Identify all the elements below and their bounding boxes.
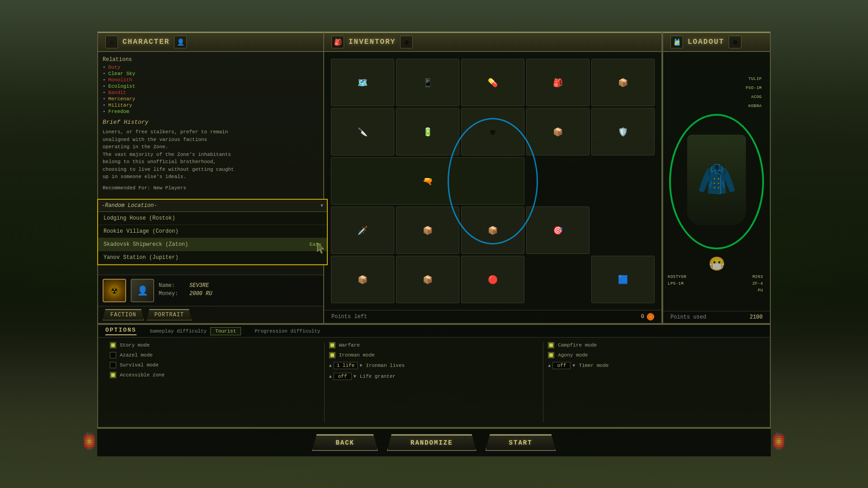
money-value: 2000 RU xyxy=(189,291,212,297)
azazel-mode-checkbox[interactable] xyxy=(110,352,116,358)
loadout-content: 🧥 TULIP PSO-1M ACOG KOBRA KOSTYOR LP5-1M… xyxy=(663,52,770,311)
randomize-button[interactable]: Randomize xyxy=(387,434,476,451)
relations-title: Relations xyxy=(103,56,319,63)
option-warfare: Warfare xyxy=(329,342,539,348)
timer-mode-up[interactable]: ▼ xyxy=(572,363,575,368)
inv-item-red[interactable]: 🔴 xyxy=(461,256,524,303)
inv-item-target[interactable]: 🎯 xyxy=(526,206,590,254)
location-item-cordon[interactable]: Rookie Village (Cordon) xyxy=(98,225,327,238)
inv-item-box2[interactable]: 📦 xyxy=(461,206,524,254)
story-mode-label: Story mode xyxy=(120,343,150,348)
inv-item-8[interactable]: ☢️ xyxy=(461,108,524,155)
character-panel: ⚔️ Character 👤 Relations • Duty • Clear … xyxy=(97,32,323,324)
inv-item-empty3 xyxy=(591,206,655,254)
character-panel-header: ⚔️ Character 👤 xyxy=(98,33,323,52)
location-list: Lodging House (Rostok) Rookie Village (C… xyxy=(98,212,327,264)
gameplay-diff-value[interactable]: Tourist xyxy=(210,327,241,335)
inv-item-9[interactable]: 📦 xyxy=(526,108,590,155)
location-diff-zaton: Easy xyxy=(310,242,321,247)
options-header: Options Gameplay difficulty Tourist Prog… xyxy=(98,325,770,338)
ironman-lives-up[interactable]: ▼ xyxy=(359,363,362,368)
points-left-label: Points left xyxy=(331,314,367,320)
relation-duty: • Duty xyxy=(103,65,319,70)
ironman-lives-down[interactable]: ▲ xyxy=(329,363,332,368)
option-ironman-mode: Ironman mode xyxy=(329,352,539,358)
life-granter-up[interactable]: ▼ xyxy=(354,374,356,379)
inv-item-knife[interactable]: 🗡️ xyxy=(331,206,394,254)
inv-item-1[interactable]: 🗺️ xyxy=(331,59,394,106)
main-panels: ⚔️ Character 👤 Relations • Duty • Clear … xyxy=(97,32,771,324)
relation-mercenary-label: Mercenary xyxy=(108,96,135,102)
option-survival-mode: Survival mode xyxy=(110,362,320,368)
inv-item-10[interactable]: 🛡️ xyxy=(591,108,655,155)
campfire-mode-checkbox[interactable] xyxy=(548,342,554,348)
life-granter-label: Life granter xyxy=(360,374,396,379)
money-field-row: Money: 2000 RU xyxy=(159,291,319,297)
faction-tab[interactable]: Faction xyxy=(103,309,144,320)
loadout-panel-header: 🎽 Loadout ⚙️ xyxy=(663,33,770,52)
inv-item-7[interactable]: 🔋 xyxy=(396,108,459,155)
survival-mode-label: Survival mode xyxy=(120,362,159,368)
options-title: Options xyxy=(105,327,137,335)
option-timer-mode: ▲ off ▼ Timer mode xyxy=(548,362,758,369)
inv-item-gun[interactable]: 🔫 xyxy=(331,157,524,205)
inv-item-blue[interactable]: 🟦 xyxy=(591,256,655,303)
inventory-footer: Points left 0 xyxy=(324,310,661,323)
options-panel: Options Gameplay difficulty Tourist Prog… xyxy=(97,324,771,428)
loadout-panel: 🎽 Loadout ⚙️ 🧥 TULIP PSO-1M ACOG KOBRA K… xyxy=(662,32,771,324)
location-placeholder: -Random Location- xyxy=(102,202,157,209)
warfare-label: Warfare xyxy=(339,343,360,348)
location-input-row[interactable]: -Random Location- ▼ xyxy=(98,200,327,212)
inv-item-3[interactable]: 💊 xyxy=(461,59,524,106)
inv-item-ammo2[interactable]: 📦 xyxy=(396,256,459,303)
ironman-lives-box: ▲ 1 life ▼ xyxy=(329,362,363,369)
location-name-zaton: Skadovsk Shipwreck (Zaton) xyxy=(104,241,188,248)
inv-item-empty4 xyxy=(526,256,590,303)
recommended-for: Recommended For: New Players xyxy=(103,185,319,191)
accessible-zone-checkbox[interactable] xyxy=(110,372,116,378)
lantern-left-icon: 🏮 xyxy=(79,432,99,452)
gameplay-diff-section: Gameplay difficulty Tourist xyxy=(150,327,241,335)
inv-item-5[interactable]: 📦 xyxy=(591,59,655,106)
story-mode-checkbox[interactable] xyxy=(110,342,116,348)
life-granter-down[interactable]: ▲ xyxy=(329,374,332,379)
weapon-label-pu: PU xyxy=(758,288,763,293)
back-button[interactable]: Back xyxy=(312,434,378,451)
weapon-label-pso1m: PSO-1M xyxy=(746,86,762,90)
location-item-rostok[interactable]: Lodging House (Rostok) xyxy=(98,212,327,225)
survival-mode-checkbox[interactable] xyxy=(110,362,116,368)
name-value[interactable]: SEV3RE xyxy=(189,282,209,289)
inventory-icon2: ⚙️ xyxy=(400,36,413,48)
inv-item-2[interactable]: 📱 xyxy=(396,59,459,106)
inv-item-box1[interactable]: 📦 xyxy=(396,206,459,254)
ironman-lives-label: Ironman lives xyxy=(366,363,405,368)
inv-item-6[interactable]: 🔪 xyxy=(331,108,394,155)
money-label: Money: xyxy=(159,291,186,297)
inv-item-ammo1[interactable]: 📦 xyxy=(331,256,394,303)
relation-bandit: • Bandit xyxy=(103,90,319,95)
portrait-tab[interactable]: Portrait xyxy=(146,309,192,320)
relation-ecologist-label: Ecologist xyxy=(108,84,135,89)
points-used-value: 2100 xyxy=(750,314,763,320)
inv-item-4[interactable]: 🎒 xyxy=(526,59,590,106)
relation-duty-label: Duty xyxy=(108,65,120,70)
relation-ecologist: • Ecologist xyxy=(103,84,319,89)
inventory-panel-header: 🎒 Inventory ⚙️ xyxy=(324,33,661,52)
agony-mode-checkbox[interactable] xyxy=(548,352,554,358)
ironman-mode-checkbox[interactable] xyxy=(329,352,335,358)
brief-history-text: Loners, or free stalkers, prefer to rema… xyxy=(103,128,319,181)
loadout-icon: 🎽 xyxy=(670,36,683,48)
start-button[interactable]: Start xyxy=(486,434,556,451)
portrait-icon[interactable]: 👤 xyxy=(131,279,154,302)
location-item-zaton[interactable]: Skadovsk Shipwreck (Zaton) Easy xyxy=(98,238,327,251)
right-panels: 🎒 Inventory ⚙️ 🗺️ 📱 💊 🎒 📦 🔪 🔋 ☢️ xyxy=(323,32,771,324)
option-story-mode: Story mode xyxy=(110,342,320,348)
timer-mode-box: ▲ off ▼ xyxy=(548,362,575,369)
warfare-checkbox[interactable] xyxy=(329,342,335,348)
faction-icon[interactable]: ☢️ xyxy=(103,279,126,302)
location-item-jupiter[interactable]: Yanov Station (Jupiter) xyxy=(98,251,327,264)
life-granter-value: off xyxy=(334,373,352,380)
timer-mode-down[interactable]: ▲ xyxy=(548,363,551,368)
loadout-footer: Points used 2100 xyxy=(663,311,770,323)
inventory-title: Inventory xyxy=(349,38,396,46)
